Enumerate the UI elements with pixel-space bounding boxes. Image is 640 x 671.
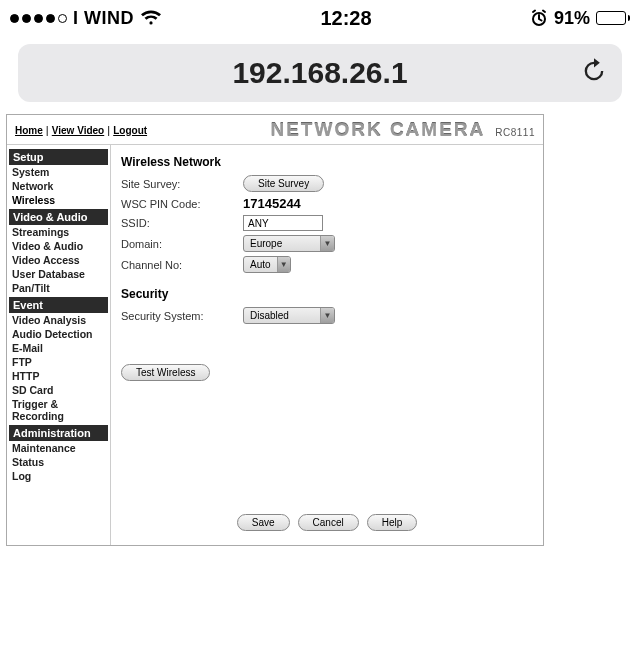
wsc-pin-value: 17145244 (243, 196, 443, 211)
chevron-down-icon: ▼ (320, 308, 334, 323)
sidebar-item-status[interactable]: Status (9, 455, 108, 469)
address-bar[interactable]: 192.168.26.1 (18, 44, 622, 102)
page-title: NETWORK CAMERA (270, 119, 485, 141)
reload-icon[interactable] (580, 56, 608, 90)
section-security: Security (121, 287, 533, 301)
sidebar-cat-event: Event (9, 297, 108, 313)
ios-status-bar: I WIND 12:28 91% (0, 0, 640, 36)
nav-view-video[interactable]: View Video (52, 125, 104, 136)
chevron-down-icon: ▼ (320, 236, 334, 251)
battery-icon (596, 11, 630, 25)
sidebar-item-system[interactable]: System (9, 165, 108, 179)
clock: 12:28 (320, 7, 371, 30)
embedded-page: Home | View Video | Logout NETWORK CAMER… (6, 114, 544, 546)
wifi-icon (140, 10, 162, 26)
url-text: 192.168.26.1 (232, 56, 407, 90)
sidebar-item-video-analysis[interactable]: Video Analysis (9, 313, 108, 327)
model-label: RC8111 (495, 127, 535, 138)
sidebar-item-video-audio[interactable]: Video & Audio (9, 239, 108, 253)
label-wsc-pin: WSC PIN Code: (121, 198, 243, 210)
sidebar-item-network[interactable]: Network (9, 179, 108, 193)
sidebar-item-video-access[interactable]: Video Access (9, 253, 108, 267)
test-wireless-button[interactable]: Test Wireless (121, 364, 210, 381)
battery-percent: 91% (554, 8, 590, 29)
sidebar-item-streamings[interactable]: Streamings (9, 225, 108, 239)
sidebar-item-trigger-recording[interactable]: Trigger & Recording (9, 397, 108, 423)
label-channel: Channel No: (121, 259, 243, 271)
label-ssid: SSID: (121, 217, 243, 229)
domain-select[interactable]: Europe ▼ (243, 235, 335, 252)
sidebar-item-log[interactable]: Log (9, 469, 108, 483)
sidebar-item-pan-tilt[interactable]: Pan/Tilt (9, 281, 108, 295)
chevron-down-icon: ▼ (277, 257, 290, 272)
sidebar-cat-setup: Setup (9, 149, 108, 165)
site-survey-button[interactable]: Site Survey (243, 175, 324, 192)
sidebar: Setup System Network Wireless Video & Au… (7, 145, 111, 545)
sidebar-item-ftp[interactable]: FTP (9, 355, 108, 369)
sidebar-item-http[interactable]: HTTP (9, 369, 108, 383)
label-security-system: Security System: (121, 310, 243, 322)
footer-buttons: Save Cancel Help (121, 508, 533, 535)
nav-logout[interactable]: Logout (113, 125, 147, 136)
channel-select[interactable]: Auto ▼ (243, 256, 291, 273)
sidebar-cat-video-audio: Video & Audio (9, 209, 108, 225)
sidebar-item-user-database[interactable]: User Database (9, 267, 108, 281)
ssid-input[interactable] (243, 215, 323, 231)
carrier-label: I WIND (73, 8, 134, 29)
label-domain: Domain: (121, 238, 243, 250)
sidebar-cat-administration: Administration (9, 425, 108, 441)
save-button[interactable]: Save (237, 514, 290, 531)
cancel-button[interactable]: Cancel (298, 514, 359, 531)
cell-signal-icon (10, 14, 67, 23)
section-wireless-network: Wireless Network (121, 155, 533, 169)
sidebar-item-audio-detection[interactable]: Audio Detection (9, 327, 108, 341)
sidebar-item-email[interactable]: E-Mail (9, 341, 108, 355)
sidebar-item-wireless[interactable]: Wireless (9, 193, 108, 207)
alarm-icon (530, 9, 548, 27)
page-header: Home | View Video | Logout NETWORK CAMER… (7, 115, 543, 145)
nav-home[interactable]: Home (15, 125, 43, 136)
security-system-select[interactable]: Disabled ▼ (243, 307, 335, 324)
sidebar-item-sd-card[interactable]: SD Card (9, 383, 108, 397)
main-panel: Wireless Network Site Survey: Site Surve… (111, 145, 543, 545)
help-button[interactable]: Help (367, 514, 418, 531)
sidebar-item-maintenance[interactable]: Maintenance (9, 441, 108, 455)
label-site-survey: Site Survey: (121, 178, 243, 190)
